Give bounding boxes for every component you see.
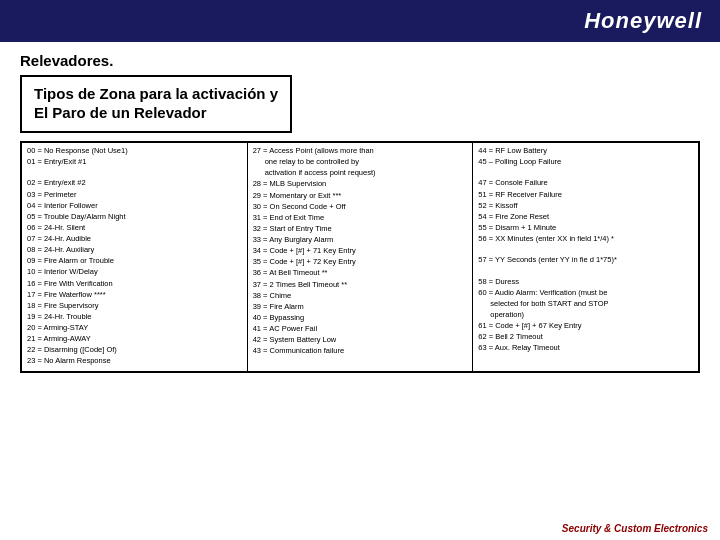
box-line2: El Paro de un Relevador — [34, 104, 278, 121]
footer-text: Security & Custom Electronics — [562, 523, 708, 534]
main-content: Relevadores. Tipos de Zona para la activ… — [0, 42, 720, 381]
zone-table: 00 = No Response (Not Use1)01 = Entry/Ex… — [20, 141, 700, 373]
box-line1: Tipos de Zona para la activación y — [34, 85, 278, 102]
column-left: 00 = No Response (Not Use1)01 = Entry/Ex… — [22, 143, 248, 372]
column-right: 44 = RF Low Battery45 – Polling Loop Fai… — [473, 143, 699, 372]
main-title: Relevadores. — [20, 52, 700, 69]
column-middle: 27 = Access Point (allows more thanone r… — [247, 143, 473, 372]
subtitle-box: Tipos de Zona para la activación y El Pa… — [20, 75, 292, 133]
brand-title: Honeywell — [584, 8, 702, 34]
page-header: Honeywell — [0, 0, 720, 42]
